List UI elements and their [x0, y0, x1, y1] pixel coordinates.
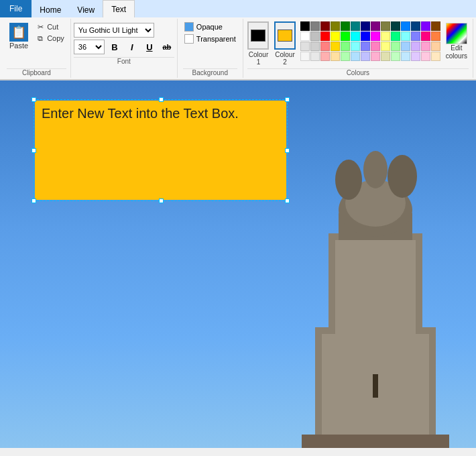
swatch-lightgray1[interactable]: [300, 42, 310, 51]
tab-file[interactable]: File: [0, 0, 32, 17]
swatch-green[interactable]: [341, 21, 350, 31]
strikethrough-button[interactable]: ab: [160, 40, 174, 54]
swatch-mistyrose[interactable]: [421, 52, 430, 61]
swatch-white[interactable]: [300, 32, 310, 41]
ribbon: File Home View Text 📋 Paste ✂ Cut ⧉: [0, 0, 476, 80]
swatch-aliceblue[interactable]: [401, 52, 410, 61]
swatch-darkblue[interactable]: [411, 21, 420, 31]
background-content: Opaque Transparent: [183, 19, 237, 67]
colour1-button[interactable]: [247, 21, 269, 50]
swatch-olive[interactable]: [331, 21, 340, 31]
colour2-button[interactable]: [274, 21, 296, 50]
swatch-darkolive[interactable]: [381, 21, 390, 31]
font-section: Yu Gothic UI Light 36 B I U ab Font: [71, 19, 178, 78]
swatch-offwhite[interactable]: [310, 52, 320, 61]
swatch-rose[interactable]: [421, 32, 430, 41]
swatch-lavender[interactable]: [411, 42, 420, 51]
copy-button[interactable]: ⧉ Copy: [34, 33, 66, 44]
swatch-lightblue[interactable]: [361, 42, 370, 51]
palette-row-2: [300, 32, 440, 41]
font-family-dropdown[interactable]: Yu Gothic UI Light: [74, 23, 154, 38]
swatch-red[interactable]: [320, 32, 330, 41]
bold-button[interactable]: B: [107, 40, 122, 54]
swatch-bisque[interactable]: [431, 52, 440, 61]
transparent-icon: [184, 34, 194, 44]
swatch-yellow[interactable]: [331, 32, 340, 41]
swatch-babyblue[interactable]: [351, 52, 360, 61]
svg-point-10: [363, 151, 388, 188]
swatch-teal[interactable]: [351, 21, 360, 31]
canvas-area[interactable]: [0, 80, 476, 448]
swatch-springgreen[interactable]: [391, 32, 400, 41]
swatch-salmon[interactable]: [320, 42, 330, 51]
swatch-azure[interactable]: [401, 21, 410, 31]
tab-text[interactable]: Text: [103, 0, 135, 17]
copy-icon: ⧉: [36, 34, 45, 43]
swatch-darkteal[interactable]: [391, 21, 400, 31]
opaque-button[interactable]: Opaque: [183, 21, 224, 32]
swatch-violet[interactable]: [421, 21, 430, 31]
swatch-black[interactable]: [300, 21, 310, 31]
swatch-silver[interactable]: [310, 32, 320, 41]
swatch-honeydew[interactable]: [391, 52, 400, 61]
swatch-maroon[interactable]: [320, 21, 330, 31]
swatch-lightcyan2[interactable]: [351, 42, 360, 51]
svg-rect-7: [373, 374, 378, 398]
cut-label: Cut: [47, 23, 58, 31]
swatch-magenta[interactable]: [371, 32, 380, 41]
svg-point-8: [335, 160, 362, 200]
italic-button[interactable]: I: [125, 40, 139, 54]
swatch-navy[interactable]: [361, 21, 370, 31]
clipboard-section: 📋 Paste ✂ Cut ⧉ Copy Clipboard: [3, 19, 71, 78]
background-section: Opaque Transparent Background: [178, 19, 243, 78]
swatch-mintgreen[interactable]: [341, 52, 350, 61]
swatch-palegreen[interactable]: [391, 42, 400, 51]
font-label: Font: [74, 57, 174, 66]
swatch-periwinkle[interactable]: [411, 32, 420, 41]
swatch-cream[interactable]: [381, 42, 390, 51]
swatch-lightgray2[interactable]: [310, 42, 320, 51]
swatch-pink[interactable]: [371, 42, 380, 51]
text-box-container[interactable]: [35, 101, 286, 200]
swatch-thistle[interactable]: [411, 52, 420, 61]
font-size-dropdown[interactable]: 36: [74, 40, 105, 54]
edit-colours-button[interactable]: Edit colours: [444, 21, 469, 62]
ribbon-content: 📋 Paste ✂ Cut ⧉ Copy Clipboard: [0, 17, 476, 80]
text-input[interactable]: [35, 101, 286, 200]
swatch-blue[interactable]: [361, 32, 370, 41]
colour2-group: Colour 2: [274, 21, 296, 66]
paste-button[interactable]: 📋 Paste: [7, 21, 31, 51]
colour1-label: Colour 1: [247, 51, 270, 66]
swatch-lightgreen[interactable]: [341, 42, 350, 51]
cut-icon: ✂: [36, 22, 45, 32]
swatch-lightred[interactable]: [320, 52, 330, 61]
cut-button[interactable]: ✂ Cut: [34, 21, 66, 32]
transparent-button[interactable]: Transparent: [183, 34, 237, 44]
swatch-periwinkle2[interactable]: [361, 52, 370, 61]
swatch-skyblue[interactable]: [401, 42, 410, 51]
clipboard-small-buttons: ✂ Cut ⧉ Copy: [34, 21, 66, 44]
swatch-nearwhite[interactable]: [300, 52, 310, 61]
swatch-lightorange[interactable]: [331, 52, 340, 61]
swatch-brown[interactable]: [431, 21, 440, 31]
font-row1: Yu Gothic UI Light: [74, 23, 174, 38]
swatch-gold[interactable]: [331, 42, 340, 51]
swatch-lightyellow[interactable]: [381, 32, 390, 41]
swatch-lightcyan[interactable]: [401, 32, 410, 41]
edit-colours-label: Edit colours: [446, 44, 467, 60]
swatch-orange[interactable]: [431, 32, 440, 41]
clipboard-content: 📋 Paste ✂ Cut ⧉ Copy: [7, 19, 66, 67]
swatch-cyan[interactable]: [351, 32, 360, 41]
swatch-blush[interactable]: [371, 52, 380, 61]
palette-row-1: [300, 21, 440, 31]
tab-home[interactable]: Home: [32, 3, 69, 17]
swatch-lime[interactable]: [341, 32, 350, 41]
swatch-peach[interactable]: [431, 42, 440, 51]
tab-view[interactable]: View: [69, 3, 103, 17]
swatch-lightpink[interactable]: [421, 42, 430, 51]
swatch-purple[interactable]: [371, 21, 380, 31]
underline-button[interactable]: U: [142, 40, 157, 54]
colour1-box: [251, 30, 265, 42]
swatch-khaki[interactable]: [381, 52, 390, 61]
swatch-gray[interactable]: [310, 21, 320, 31]
